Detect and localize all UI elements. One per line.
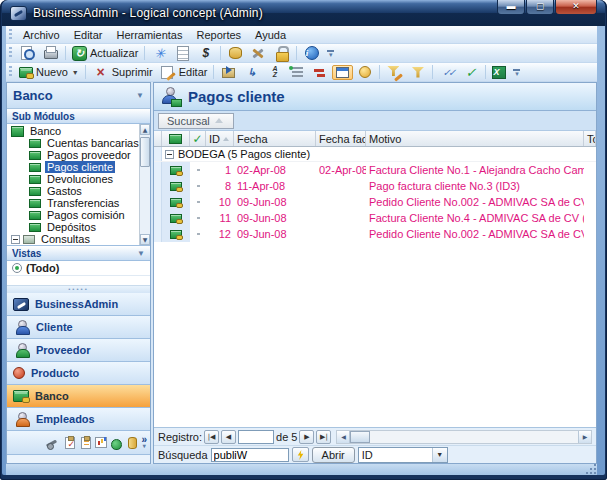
close-button[interactable]: ✕ xyxy=(555,0,597,15)
moneybag-icon[interactable] xyxy=(111,439,122,450)
cylinder-icon[interactable] xyxy=(128,437,137,449)
tree-item[interactable]: Consultas xyxy=(7,233,139,245)
toolbar-overflow-button[interactable] xyxy=(511,69,522,76)
link-button[interactable] xyxy=(240,63,263,81)
tree-item[interactable]: Pagos comisión xyxy=(7,209,139,221)
lock-button[interactable] xyxy=(270,44,293,62)
delete-button[interactable]: Suprimir xyxy=(89,63,156,81)
movements-button[interactable] xyxy=(148,44,171,62)
tree-item[interactable]: Comisiones por pagos xyxy=(7,245,139,246)
table-row[interactable]: 10 09-Jun-08 Pedido Cliente No.002 - ADM… xyxy=(154,194,596,210)
list-button[interactable] xyxy=(286,63,309,81)
id-column-header[interactable]: ID xyxy=(206,131,234,146)
scroll-up-button[interactable]: ▲ xyxy=(140,124,150,135)
clipboard-note-icon[interactable] xyxy=(81,437,91,449)
tree-collapse-icon[interactable] xyxy=(11,235,20,244)
open-button[interactable]: Abrir xyxy=(312,447,355,463)
export-button[interactable] xyxy=(217,63,240,81)
total-column-header[interactable]: To xyxy=(584,131,596,146)
search-input[interactable] xyxy=(211,448,289,462)
toolbar-gripper[interactable] xyxy=(9,47,12,59)
tree-scrollbar[interactable]: ▲ ▼ xyxy=(139,124,150,245)
vista-option-todo[interactable]: (Todo) xyxy=(7,261,150,276)
tools-button[interactable] xyxy=(247,44,270,62)
excel-export-button[interactable] xyxy=(489,65,509,80)
scroll-left-button[interactable]: ◀ xyxy=(337,431,350,443)
tree-item[interactable]: Depósitos xyxy=(7,221,139,233)
menu-item[interactable]: Herramientas xyxy=(109,27,189,43)
resize-grip[interactable] xyxy=(586,464,596,474)
group-by-sucursal-button[interactable]: Sucursal xyxy=(158,113,234,129)
prev-record-button[interactable]: ◀ xyxy=(221,430,236,444)
menu-item[interactable]: Reportes xyxy=(189,27,248,43)
group-collapse-icon[interactable] xyxy=(165,150,174,159)
pane-header[interactable]: Banco ▼ xyxy=(7,83,150,109)
table-row[interactable]: 12 09-Jun-08 Pedido Cliente No.002 - ADM… xyxy=(154,226,596,242)
overflow-chevron-icon[interactable] xyxy=(141,436,147,450)
scrollbar-thumb[interactable] xyxy=(350,431,370,443)
validate-button[interactable] xyxy=(436,63,459,81)
chart-icon[interactable] xyxy=(95,437,107,448)
tree-item[interactable]: Pagos proveedor xyxy=(7,149,139,161)
record-number-input[interactable] xyxy=(238,430,274,444)
icon-column-header[interactable] xyxy=(162,131,190,146)
tree-item[interactable]: Devoluciones xyxy=(7,173,139,185)
search-field-select[interactable]: ID ▼ xyxy=(358,447,448,463)
first-record-button[interactable]: |◀ xyxy=(204,430,219,444)
dolly-icon[interactable] xyxy=(45,436,59,450)
filter-edit-button[interactable] xyxy=(383,63,406,81)
info-button[interactable] xyxy=(300,44,323,62)
table-row[interactable]: 1 02-Apr-08 02-Apr-08 Factura Cliente No… xyxy=(154,162,596,178)
fecha-fact-column-header[interactable]: Fecha fact... xyxy=(316,131,366,146)
radio-selected-icon[interactable] xyxy=(12,263,22,273)
table-row[interactable]: 11 09-Jun-08 Factura Cliente No.4 - ADMI… xyxy=(154,210,596,226)
lightning-search-button[interactable] xyxy=(292,447,309,462)
menu-item[interactable]: Editar xyxy=(67,27,110,43)
confirm-button[interactable] xyxy=(459,63,482,81)
minimize-button[interactable]: ▬ xyxy=(497,0,525,15)
motivo-column-header[interactable]: Motivo xyxy=(366,131,584,146)
horizontal-scrollbar[interactable]: ◀ ▶ xyxy=(336,430,592,444)
scroll-down-button[interactable]: ▼ xyxy=(140,234,150,245)
clipboard-check-icon[interactable] xyxy=(65,437,75,449)
menu-item[interactable]: Archivo xyxy=(16,27,67,43)
tree-item[interactable]: Banco xyxy=(7,125,139,137)
tree-item[interactable]: Pagos cliente xyxy=(7,161,139,173)
new-button[interactable]: Nuevo ▼ xyxy=(16,65,82,79)
chevron-down-icon[interactable]: ▼ xyxy=(136,91,144,100)
check-column-header[interactable]: ✓ xyxy=(190,131,206,146)
module-button[interactable]: Banco xyxy=(7,385,150,408)
tree-item[interactable]: Gastos xyxy=(7,185,139,197)
module-button[interactable]: Proveedor xyxy=(7,339,150,362)
menu-item[interactable]: Ayuda xyxy=(248,27,293,43)
module-button[interactable]: BusinessAdmin xyxy=(7,293,150,316)
currency-button[interactable] xyxy=(194,44,217,62)
module-button[interactable]: Producto xyxy=(7,362,150,385)
next-record-button[interactable]: ▶ xyxy=(299,430,314,444)
storage-button[interactable] xyxy=(224,44,247,62)
module-button[interactable]: Cliente xyxy=(7,316,150,339)
refresh-button[interactable]: Actualizar xyxy=(69,45,141,62)
toolbar-gripper[interactable] xyxy=(9,66,12,78)
last-record-button[interactable]: ▶| xyxy=(316,430,331,444)
toolbar-overflow-button[interactable] xyxy=(325,50,336,57)
table-row[interactable]: 8 11-Apr-08 Pago factura cliente No.3 (I… xyxy=(154,178,596,194)
pane-splitter-handle[interactable] xyxy=(7,286,150,293)
document-button[interactable] xyxy=(171,44,194,62)
sort-button[interactable] xyxy=(263,63,286,81)
tree-item[interactable]: Cuentas bancarias xyxy=(7,137,139,149)
summary-button[interactable] xyxy=(309,63,332,81)
print-button[interactable] xyxy=(39,44,62,62)
toolbar-gripper[interactable] xyxy=(9,29,12,41)
edit-button[interactable]: Editar xyxy=(156,63,211,81)
coin-button[interactable] xyxy=(353,63,376,81)
scroll-right-button[interactable]: ▶ xyxy=(578,431,591,443)
maximize-button[interactable]: ▢ xyxy=(526,0,554,15)
panel-toggle-button[interactable] xyxy=(332,65,353,80)
chevron-down-icon[interactable]: ▼ xyxy=(137,249,145,258)
print-preview-button[interactable] xyxy=(16,44,39,62)
filter-button[interactable] xyxy=(406,63,429,81)
tree-item[interactable]: Transferencias xyxy=(7,197,139,209)
scrollbar-thumb[interactable] xyxy=(140,137,150,167)
group-row[interactable]: BODEGA (5 Pagos cliente) xyxy=(154,147,596,162)
